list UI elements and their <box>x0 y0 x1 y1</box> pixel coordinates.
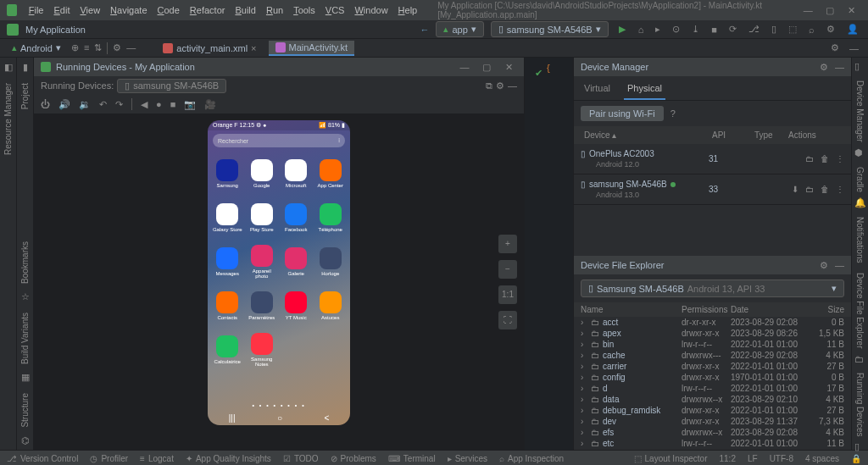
more-icon[interactable]: ⋮ <box>836 185 844 194</box>
tab-activity-main-xml[interactable]: activity_main.xml × <box>156 42 263 55</box>
close-tab-icon[interactable]: × <box>251 43 256 53</box>
zoom-fit-button[interactable]: ⛶ <box>498 311 517 329</box>
file-row[interactable]: ›🗀 acctdr-xr-xr-x2023-08-29 02:080 B <box>574 317 851 328</box>
menu-navigate[interactable]: Navigate <box>105 3 152 17</box>
file-row[interactable]: ›🗀 mntdrwxr-xr-x2023-08-29 02:08400 B <box>574 449 851 450</box>
notifications-icon[interactable]: 🔔 <box>854 197 866 208</box>
indent-info[interactable]: 4 spaces <box>805 454 839 463</box>
device-row[interactable]: ▯ samsung SM-A546B Android 13.033⬇🗀🗑⋮ <box>574 174 851 205</box>
settings-button[interactable]: ⚙ <box>824 24 837 35</box>
app-paramètres[interactable]: Paramètres <box>246 285 279 327</box>
app-contacts[interactable]: Contacts <box>211 285 244 327</box>
file-row[interactable]: ›🗀 binlrw-r--r--2022-01-01 01:0011 B <box>574 339 851 350</box>
app-microsoft[interactable]: Microsoft <box>280 152 313 195</box>
bookmarks-icon[interactable]: ☆ <box>19 291 31 302</box>
app-yt-music[interactable]: YT Music <box>280 285 313 327</box>
delete-icon[interactable]: 🗑 <box>821 154 829 163</box>
project-icon[interactable]: ▮ <box>19 61 31 73</box>
overview-button[interactable]: ■ <box>170 99 176 109</box>
more-icon[interactable]: ⋮ <box>836 154 844 163</box>
tab-main-activity-kt[interactable]: MainActivity.kt <box>269 41 354 56</box>
power-button[interactable]: ⏻ <box>41 99 50 109</box>
notifications-tab[interactable]: Notifications <box>854 212 866 268</box>
editor-hide-icon[interactable]: ― <box>847 43 861 53</box>
editor-gear-icon[interactable]: ⚙ <box>828 42 842 53</box>
device-row[interactable]: ▯ OnePlus AC2003Android 12.031🗀🗑⋮ <box>574 144 851 174</box>
target-icon[interactable]: ⊕ <box>71 42 79 54</box>
menu-help[interactable]: Help <box>393 3 423 17</box>
file-row[interactable]: ›🗀 dlrw-r--r--2022-01-01 01:0017 B <box>574 383 851 394</box>
running-devices-tab[interactable]: Running Devices <box>854 368 866 442</box>
attach-debugger-button[interactable]: ⤓ <box>689 24 702 35</box>
structure-tab[interactable]: Structure <box>19 388 31 433</box>
zoom-out-button[interactable]: − <box>498 260 517 279</box>
expand-icon[interactable]: › <box>581 318 587 327</box>
size-column-header[interactable]: Size <box>810 305 844 314</box>
pair-wifi-button[interactable]: Pair using Wi-Fi <box>581 106 664 121</box>
sync-button[interactable]: ⟳ <box>726 24 739 35</box>
version-control-tab[interactable]: ⎇ Version Control <box>7 454 78 463</box>
search-button[interactable]: ⌕ <box>806 25 817 35</box>
layout-inspector-tab[interactable]: ⬚ Layout Inspector <box>634 454 708 463</box>
todo-tab[interactable]: ☑ TODO <box>283 454 319 463</box>
expand-icon[interactable]: › <box>581 329 587 338</box>
app-astuces[interactable]: Astuces <box>314 285 348 327</box>
expand-icon[interactable]: › <box>581 406 587 415</box>
back-button[interactable]: ← <box>420 25 429 35</box>
name-column-header[interactable]: Name <box>581 305 682 314</box>
type-column-header[interactable]: Type <box>751 129 785 141</box>
back-button[interactable]: ◀ <box>141 99 147 110</box>
hide-icon[interactable]: ― <box>835 62 844 73</box>
menu-vcs[interactable]: VCS <box>320 3 350 17</box>
profiler-tab[interactable]: ◷ Profiler <box>90 454 128 463</box>
file-row[interactable]: ›🗀 apexdrwxr-xr-x2023-08-29 08:261,5 KB <box>574 328 851 339</box>
expand-icon[interactable]: › <box>581 351 587 360</box>
minimize-window-button[interactable]: ― <box>798 2 818 19</box>
gear-icon[interactable]: ⚙ <box>820 260 828 271</box>
physical-tab[interactable]: Physical <box>624 80 665 100</box>
menu-tools[interactable]: Tools <box>288 3 320 17</box>
app-calculatrice[interactable]: Calculatrice <box>211 329 244 371</box>
file-row[interactable]: ›🗀 etclrw-r--r--2022-01-01 01:0011 B <box>574 438 851 449</box>
gear-icon[interactable]: ⚙ <box>113 42 121 54</box>
vcs-button[interactable]: ⎇ <box>746 24 762 35</box>
menu-refactor[interactable]: Refactor <box>185 3 231 17</box>
home-key[interactable]: ○ <box>277 413 282 423</box>
maximize-window-button[interactable]: ▢ <box>820 2 839 19</box>
caret-position[interactable]: 11:2 <box>719 454 735 463</box>
device-manager-tab[interactable]: Device Manager <box>854 75 866 147</box>
file-row[interactable]: ›🗀 carrierdrwxr-xr-x2022-01-01 01:0027 B <box>574 361 851 372</box>
expand-icon[interactable]: › <box>581 373 587 382</box>
expand-icon[interactable]: › <box>581 362 587 371</box>
device-manager-icon[interactable]: ▯ <box>854 61 866 72</box>
folder-icon[interactable]: 🗀 <box>805 154 814 163</box>
resource-manager-icon[interactable]: ◧ <box>3 61 14 73</box>
file-row[interactable]: ›🗀 configdrwxr-xr-x1970-01-01 01:000 B <box>574 372 851 383</box>
virtual-tab[interactable]: Virtual <box>581 80 614 100</box>
app-app-center[interactable]: App Center <box>314 152 348 195</box>
window-mode-icon[interactable]: ⧉ <box>486 80 492 91</box>
home-button[interactable]: ● <box>156 99 162 109</box>
actions-column-header[interactable]: Actions <box>785 129 844 141</box>
menu-view[interactable]: View <box>75 3 105 17</box>
expand-icon[interactable]: › <box>581 395 587 404</box>
services-tab[interactable]: ▸ Services <box>448 454 487 463</box>
running-device-selector[interactable]: ▯ samsung SM-A546B <box>117 79 226 93</box>
menu-run[interactable]: Run <box>261 3 288 17</box>
back-key[interactable]: < <box>324 413 329 423</box>
recent-apps-key[interactable]: ||| <box>229 413 236 423</box>
app-google[interactable]: Google <box>246 152 279 195</box>
rotate-left-button[interactable]: ↶ <box>99 99 107 110</box>
logcat-tab[interactable]: ≡ Logcat <box>140 454 174 463</box>
account-button[interactable]: 👤 <box>844 24 861 35</box>
volume-up-button[interactable]: 🔊 <box>58 99 70 110</box>
app-facebook[interactable]: Facebook <box>280 197 313 239</box>
coverage-button[interactable]: ▸ <box>653 24 663 35</box>
gradle-icon[interactable]: ⬢ <box>854 147 866 158</box>
gear-icon[interactable]: ⚙ <box>820 62 828 73</box>
expand-icon[interactable]: › <box>581 417 587 426</box>
file-explorer-body[interactable]: ›🗀 acctdr-xr-xr-x2023-08-29 02:080 B›🗀 a… <box>574 317 851 450</box>
avd-button[interactable]: ▯ <box>769 24 779 35</box>
app-samsung-notes[interactable]: Samsung Notes <box>246 329 279 371</box>
menu-file[interactable]: File <box>24 3 49 17</box>
